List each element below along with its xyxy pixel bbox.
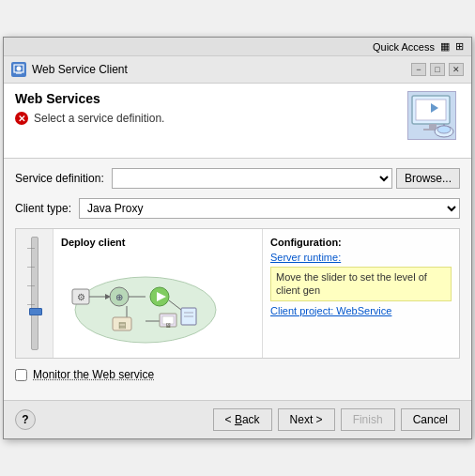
svg-point-9 [437,126,451,133]
config-tooltip: Move the slider to set the level of clie… [270,267,452,301]
help-button[interactable]: ? [15,409,36,430]
config-col: Configuration: Server runtime: Move the … [262,229,459,358]
slider-tick-2: — [27,262,35,270]
header-section: Web Services ✕ Select a service definiti… [4,84,471,159]
header-title: Web Services [15,91,404,106]
error-icon: ✕ [15,112,28,125]
dialog-title: Web Service Client [32,63,128,76]
header-left: Web Services ✕ Select a service definiti… [15,91,404,125]
deploy-title: Deploy client [61,237,254,248]
diagram-area: ⚙ ⊕ [61,253,254,350]
content-area: Service definition: Browse... Client typ… [4,159,471,400]
footer-left: ? [15,409,36,430]
slider-tick-3: — [27,281,35,289]
server-runtime-link[interactable]: Server runtime: [270,252,452,263]
service-definition-row: Service definition: Browse... [15,168,460,189]
service-definition-input-row: Browse... [112,168,460,189]
svg-text:⊕: ⊕ [115,292,123,302]
deploy-diagram-svg: ⚙ ⊕ [61,253,221,347]
error-message: Select a service definition. [34,112,164,125]
topbar: Quick Access ▦ ⊞ [4,38,471,56]
titlebar: Web Service Client − □ ✕ [4,56,471,84]
svg-text:▤: ▤ [118,320,127,330]
slider-tick-1: — [27,243,35,252]
client-type-row: Client type: Java Proxy [15,198,460,219]
config-title: Configuration: [270,237,452,248]
minimize-button[interactable]: − [411,63,426,76]
client-project-link[interactable]: Client project: WebService [270,305,452,316]
footer-right: < Back Next > Finish Cancel [213,408,460,431]
slider-tick-4: — [27,299,35,308]
slider-col: — — — — [16,229,54,358]
monitor-label: Monitor the Web service [33,368,154,381]
client-type-select[interactable]: Java Proxy [79,198,460,219]
wizard-art-icon [407,91,456,140]
slider-track[interactable] [31,237,38,350]
error-row: ✕ Select a service definition. [15,112,404,125]
toolbar-icon-2: ⊞ [455,40,464,53]
browse-button[interactable]: Browse... [396,168,460,189]
back-button[interactable]: < Back [213,408,272,431]
client-type-label: Client type: [15,202,71,215]
dialog-icon [11,62,26,77]
service-definition-label: Service definition: [15,172,104,185]
header-right [404,91,460,140]
deploy-area: — — — — Deploy client ⚙ [15,228,460,359]
back-label: B [235,413,242,426]
titlebar-controls: − □ ✕ [411,63,464,76]
service-definition-select[interactable] [112,168,392,189]
slider-thumb[interactable] [29,308,42,315]
diagram-col: Deploy client ⚙ ⊕ [54,229,262,358]
footer: ? < Back Next > Finish Cancel [4,400,471,438]
monitor-row: Monitor the Web service [15,368,460,381]
svg-point-1 [17,67,22,71]
quick-access-label: Quick Access [373,41,435,53]
cancel-button[interactable]: Cancel [401,408,460,431]
monitor-checkbox[interactable] [15,369,27,381]
close-button[interactable]: ✕ [449,63,464,76]
svg-rect-6 [429,124,437,129]
finish-button[interactable]: Finish [341,408,395,431]
svg-text:🖥: 🖥 [165,322,172,329]
next-button[interactable]: Next > [278,408,335,431]
toolbar-icon-1: ▦ [440,40,450,53]
titlebar-left: Web Service Client [11,62,128,77]
dialog-window: Quick Access ▦ ⊞ Web Service Client − □ … [3,37,472,439]
svg-text:⚙: ⚙ [77,292,85,302]
maximize-button[interactable]: □ [430,63,445,76]
